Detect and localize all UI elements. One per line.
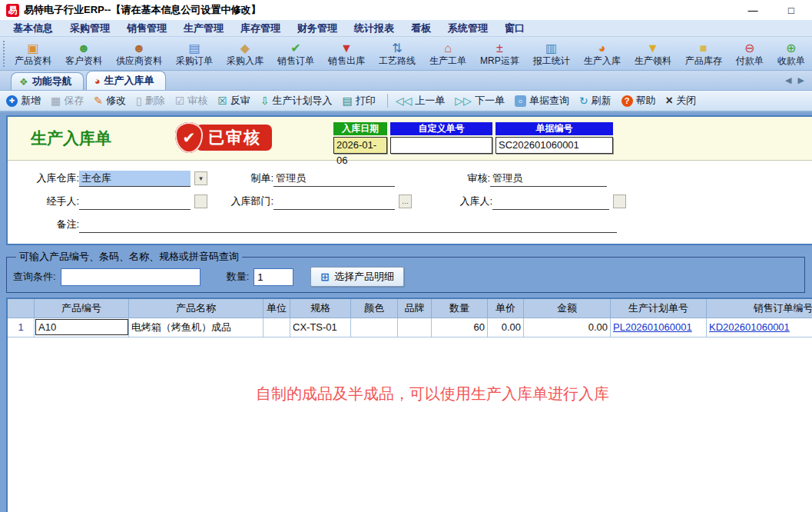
col-brand[interactable]: 品牌 (398, 299, 432, 318)
dept-label: 入库部门: (214, 194, 273, 208)
remark-field[interactable] (79, 217, 617, 233)
unaudit-button[interactable]: ☒反审 (217, 94, 250, 108)
save-button[interactable]: ▦保存 (51, 94, 84, 108)
select-product-detail-button[interactable]: ⊞ 选择产品明细 (310, 267, 404, 287)
auditor-field[interactable]: 管理员 (490, 171, 607, 187)
stocker-picker-button[interactable] (613, 194, 626, 208)
add-button[interactable]: ✚新增 (6, 94, 41, 108)
toolbar-sales-order[interactable]: ✔销售订单 (270, 38, 321, 70)
query-docs-button[interactable]: ○单据查询 (515, 94, 569, 108)
stocker-field[interactable] (492, 194, 609, 210)
handler-picker-button[interactable] (194, 194, 207, 208)
menu-inventory[interactable]: 库存管理 (232, 20, 289, 37)
warehouse-field[interactable]: 主仓库 (79, 171, 191, 187)
form-header-band: 生产入库单 ✔ 已审核 入库日期 2026-01-06 自定义单号 单据编号 S… (8, 117, 812, 160)
toolbar-purchase-order[interactable]: ▤采购订单 (169, 38, 220, 70)
col-qty[interactable]: 数量 (432, 299, 488, 318)
next-record-button[interactable]: ▷▷下一单 (455, 94, 505, 108)
toolbar-work-report-stats[interactable]: ▥报工统计 (526, 38, 577, 70)
menu-production[interactable]: 生产管理 (175, 20, 232, 37)
toolbar-work-order[interactable]: ⌂生产工单 (423, 38, 473, 70)
cell-brand[interactable] (398, 318, 432, 337)
maximize-button[interactable]: □ (781, 2, 801, 18)
cell-product-name[interactable]: 电烤箱（烤鱼机）成品 (129, 318, 263, 337)
cell-spec[interactable]: CX-TS-01 (290, 318, 351, 337)
audited-stamp-label: 已审核 (196, 125, 272, 151)
cell-product-code[interactable]: A10 (35, 318, 129, 337)
col-plan-no[interactable]: 生产计划单号 (611, 299, 707, 318)
inbound-date-value[interactable]: 2026-01-06 (333, 137, 387, 154)
toolbar-payment-slip[interactable]: ⊖付款单 (729, 38, 771, 70)
toolbar-material-requisition[interactable]: ▼生产领料 (628, 38, 678, 70)
col-price[interactable]: 单价 (488, 299, 524, 318)
refresh-icon: ↻ (579, 95, 588, 106)
toolbar-sales-outbound[interactable]: ▼销售出库 (321, 38, 372, 70)
audit-button[interactable]: ☑审核 (175, 94, 208, 108)
menu-sales[interactable]: 销售管理 (118, 20, 175, 37)
toolbar-product-data[interactable]: ▣产品资料 (8, 38, 58, 70)
close-button[interactable]: ×关闭 (666, 94, 696, 108)
edit-button[interactable]: ✎修改 (94, 94, 126, 108)
toolbar-process-route[interactable]: ⇅工艺路线 (372, 38, 423, 70)
cell-amount[interactable]: 0.00 (524, 318, 611, 337)
query-condition-input[interactable] (61, 268, 201, 286)
cell-price[interactable]: 0.00 (488, 318, 524, 337)
col-amount[interactable]: 金额 (524, 299, 611, 318)
tab-function-nav[interactable]: ❖ 功能导航 (11, 72, 84, 90)
toolbar-supplier-data[interactable]: ☻供应商资料 (109, 38, 169, 70)
pie-chart-icon: ◕ (598, 42, 606, 55)
cell-rownum: 1 (8, 318, 35, 337)
sales-order-check-icon: ✔ (290, 42, 300, 55)
pie-red-icon: ◕ (94, 75, 101, 87)
doc-number-value[interactable]: SC202601060001 (495, 137, 613, 154)
menu-finance[interactable]: 财务管理 (289, 20, 346, 37)
dept-field[interactable] (273, 194, 395, 210)
az-sort-icon: ⇅ (392, 42, 402, 55)
delete-button[interactable]: ▯删除 (136, 94, 165, 108)
maker-field[interactable]: 管理员 (273, 171, 395, 187)
toolbar-grip (3, 41, 5, 67)
help-button[interactable]: ?帮助 (621, 94, 656, 108)
tab-production-inbound-form[interactable]: ◕ 生产入库单 (86, 71, 166, 90)
col-color[interactable]: 颜色 (351, 299, 398, 318)
tab-scroll-right-icon[interactable]: ▶ (798, 75, 804, 85)
refresh-button[interactable]: ↻刷新 (579, 94, 611, 108)
pencil-icon: ✎ (94, 95, 103, 106)
menu-window[interactable]: 窗口 (496, 20, 533, 37)
window-title: 易特电子行业ERP--【请在基本信息公司设置中修改】 (24, 3, 260, 17)
sales-no-link[interactable]: KD202601060001 (707, 318, 812, 337)
menu-system[interactable]: 系统管理 (439, 20, 496, 37)
toolbar-mrp[interactable]: ±MRP运算 (473, 38, 526, 70)
custom-doc-no-value[interactable] (390, 137, 492, 154)
plan-no-link[interactable]: PL202601060001 (611, 318, 707, 337)
query-qty-input[interactable] (254, 268, 293, 286)
cell-color[interactable] (351, 318, 398, 337)
prev-record-button[interactable]: ◁◁上一单 (396, 94, 446, 108)
toolbar-purchase-inbound[interactable]: ◆采购入库 (220, 38, 270, 70)
cell-qty[interactable]: 60 (432, 318, 488, 337)
menu-purchase[interactable]: 采购管理 (61, 20, 118, 37)
cell-unit[interactable] (263, 318, 290, 337)
tab-scroll-left-icon[interactable]: ◀ (785, 75, 791, 85)
remark-label: 备注: (29, 218, 79, 231)
toolbar-production-inbound[interactable]: ◕生产入库 (577, 38, 628, 70)
col-spec[interactable]: 规格 (290, 299, 351, 318)
toolbar-customer-data[interactable]: ☻客户资料 (58, 38, 109, 70)
col-product-name[interactable]: 产品名称 (129, 299, 263, 318)
menu-reports[interactable]: 统计报表 (346, 20, 403, 37)
toolbar-receipt-slip[interactable]: ⊕收款单 (771, 38, 812, 70)
toolbar-product-stock[interactable]: ■产品库存 (678, 38, 729, 70)
import-plan-button[interactable]: ⇩生产计划导入 (260, 94, 333, 108)
col-sales-no[interactable]: 销售订单编号 (707, 299, 812, 318)
minimize-button[interactable]: — (743, 2, 763, 18)
warehouse-dropdown-button[interactable]: ▾ (194, 171, 207, 185)
col-product-code[interactable]: 产品编号 (35, 299, 129, 318)
stock-box-icon: ■ (700, 42, 708, 55)
menu-kanban[interactable]: 看板 (403, 20, 439, 37)
handler-field[interactable] (79, 194, 191, 210)
dept-picker-button[interactable]: … (399, 194, 412, 208)
menu-basic-info[interactable]: 基本信息 (5, 20, 61, 37)
col-unit[interactable]: 单位 (263, 299, 290, 318)
print-button[interactable]: ▤打印 (343, 94, 376, 108)
main-toolbar: ▣产品资料 ☻客户资料 ☻供应商资料 ▤采购订单 ◆采购入库 ✔销售订单 ▼销售… (0, 37, 812, 71)
